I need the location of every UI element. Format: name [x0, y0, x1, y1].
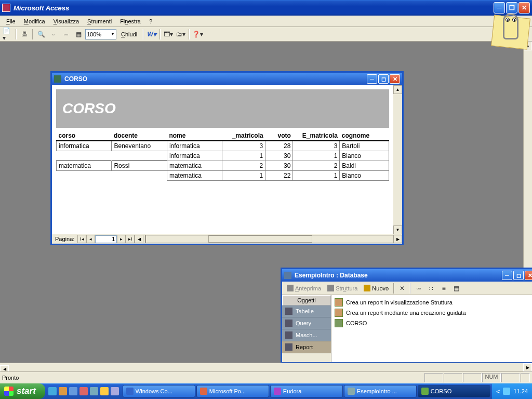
- two-page-button[interactable]: ▫▫: [60, 29, 72, 40]
- menu-file[interactable]: FFileile: [3, 17, 19, 25]
- col-ematricola: E_matricola: [293, 131, 340, 141]
- page-label: Pagina:: [52, 236, 77, 242]
- db-minimize-button[interactable]: ─: [502, 271, 512, 280]
- page-number-input[interactable]: [95, 235, 117, 243]
- new-object-button[interactable]: 🗂▾: [175, 29, 187, 40]
- next-page-button[interactable]: ▸: [117, 235, 126, 243]
- scroll-right-icon[interactable]: ▶: [393, 235, 402, 243]
- quicklaunch-icon[interactable]: [111, 387, 119, 395]
- db-small-icons-button[interactable]: ∷: [425, 283, 437, 294]
- first-page-button[interactable]: I◂: [77, 235, 86, 243]
- sidebar-item-tabelle[interactable]: Tabelle: [282, 305, 331, 317]
- taskbar-button-active[interactable]: CORSO: [418, 385, 490, 397]
- app-icon: [421, 388, 429, 395]
- report-icon: [54, 75, 61, 83]
- db-anteprima-button[interactable]: Anteprima: [284, 284, 324, 292]
- wizard-icon: [335, 298, 343, 307]
- db-titlebar[interactable]: EsempioIntro : Database ─ ◻ ✕: [282, 269, 532, 282]
- help-button[interactable]: ❓▾: [192, 29, 203, 40]
- quicklaunch-icon[interactable]: [90, 387, 98, 395]
- report-scrollbar-vertical[interactable]: ▲ ▼: [393, 85, 402, 234]
- col-corso: corso: [57, 131, 112, 141]
- table-row: matematicaRossimatematica2302Baldi: [57, 161, 389, 171]
- db-delete-button[interactable]: ✕: [396, 283, 408, 294]
- app-icon: [348, 388, 355, 395]
- db-window-button[interactable]: 🗔▾: [163, 29, 174, 40]
- report-close-button[interactable]: ✕: [390, 74, 400, 84]
- table-row: informaticaBeneventanoinformatica3283Bar…: [57, 141, 389, 151]
- taskbar-button[interactable]: Windows Co...: [123, 385, 195, 397]
- scroll-right-icon[interactable]: ▶: [523, 363, 532, 371]
- list-item[interactable]: Crea un report mediante una creazione gu…: [334, 308, 532, 318]
- status-indicator: [501, 373, 520, 382]
- status-indicator: [463, 373, 482, 382]
- design-icon: [327, 285, 334, 291]
- zoom-combo[interactable]: 100%▼: [85, 29, 116, 39]
- sidebar-item-report[interactable]: Report: [282, 341, 331, 353]
- system-tray[interactable]: < 11.24: [492, 383, 532, 399]
- db-details-button[interactable]: ▤: [450, 283, 462, 294]
- sidebar-header: Oggetti: [282, 295, 331, 305]
- preview-icon: [287, 285, 294, 291]
- close-preview-button[interactable]: CChiudihiudi: [117, 29, 141, 39]
- sidebar-item-maschere[interactable]: Masch...: [282, 329, 331, 341]
- report-scrollbar-horizontal[interactable]: [145, 235, 393, 243]
- mdi-scrollbar-horizontal[interactable]: ◀ ▶: [0, 363, 532, 371]
- menu-modifica[interactable]: Modifica: [21, 17, 48, 25]
- tray-chevron-icon[interactable]: <: [496, 388, 500, 395]
- report-heading: CORSO: [62, 100, 116, 117]
- report-preview-area[interactable]: CORSO corso docente nome _matricola voto…: [52, 85, 393, 234]
- menu-strumenti[interactable]: Strumenti: [84, 17, 115, 25]
- app-icon: [126, 388, 134, 395]
- status-indicator: [521, 373, 530, 382]
- db-nuovo-button[interactable]: Nuovo: [361, 284, 391, 292]
- app-title: Microsoft Access: [14, 4, 494, 12]
- app-icon: [200, 388, 207, 395]
- db-close-button[interactable]: ✕: [525, 271, 532, 280]
- menu-visualizza[interactable]: Visualizza: [50, 17, 82, 25]
- quicklaunch-icon[interactable]: [48, 387, 57, 395]
- taskbar-button[interactable]: Eudora: [270, 385, 343, 397]
- view-button[interactable]: 📄▾: [2, 29, 14, 40]
- report-icon: [335, 319, 343, 327]
- last-page-button[interactable]: ▸I: [126, 235, 135, 243]
- quicklaunch-icon[interactable]: [69, 387, 77, 395]
- quicklaunch-icon[interactable]: [59, 387, 67, 395]
- zoom-button[interactable]: 🔍: [35, 29, 47, 40]
- quicklaunch-icon[interactable]: [79, 387, 88, 395]
- list-item[interactable]: Crea un report in visualizzazione Strutt…: [334, 297, 532, 308]
- one-page-button[interactable]: ▫: [48, 29, 59, 40]
- scroll-left-icon[interactable]: ◀: [135, 235, 143, 243]
- print-button[interactable]: 🖶: [19, 29, 30, 40]
- tray-icon[interactable]: [503, 388, 510, 395]
- report-titlebar[interactable]: CORSO ─ ◻ ✕: [52, 73, 402, 85]
- db-large-icons-button[interactable]: ▫▫: [413, 283, 424, 294]
- query-icon: [285, 320, 292, 327]
- start-button[interactable]: start: [0, 383, 45, 399]
- word-button[interactable]: W▾: [146, 29, 157, 40]
- taskbar-button[interactable]: EsempioIntro ...: [344, 385, 417, 397]
- report-maximize-button[interactable]: ◻: [378, 74, 389, 84]
- scroll-down-icon[interactable]: ▼: [393, 225, 402, 234]
- db-struttura-button[interactable]: Struttura: [325, 284, 360, 292]
- windows-taskbar: start Windows Co... Microsoft Po... Eudo…: [0, 383, 532, 399]
- report-minimize-button[interactable]: ─: [367, 74, 377, 84]
- db-maximize-button[interactable]: ◻: [513, 271, 524, 280]
- scroll-up-icon[interactable]: ▲: [393, 85, 402, 94]
- menu-finestra[interactable]: Finestra: [117, 17, 144, 25]
- report-window-title: CORSO: [64, 75, 87, 83]
- multi-page-button[interactable]: ▦: [73, 29, 84, 40]
- sidebar-item-query[interactable]: Query: [282, 317, 331, 329]
- menu-help[interactable]: ?: [146, 17, 155, 25]
- table-row: matematica1221Bianco: [57, 171, 389, 181]
- db-object-list: Crea un report in visualizzazione Strutt…: [331, 295, 532, 362]
- prev-page-button[interactable]: ◂: [86, 235, 95, 243]
- db-list-button[interactable]: ≡: [438, 283, 449, 294]
- mdi-client-area: ▲ ▼ CORSO ─ ◻ ✕ ▲ ▼ CORSO: [0, 42, 532, 364]
- quicklaunch-icon[interactable]: [100, 387, 109, 395]
- list-item-corso[interactable]: CORSO: [334, 318, 532, 328]
- status-num-indicator: NUM: [482, 373, 501, 382]
- taskbar-button[interactable]: Microsoft Po...: [196, 385, 269, 397]
- office-assistant-clippy[interactable]: [488, 10, 530, 52]
- app-icon: [274, 388, 281, 395]
